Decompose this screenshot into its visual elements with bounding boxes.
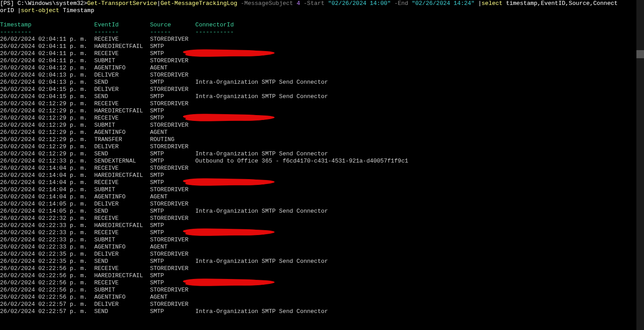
log-row: 26/02/2024 02:04:15 p. m. DELIVER STORED… [0, 86, 195, 93]
log-row: 26/02/2024 02:12:29 p. m. RECEIVE SMTP [0, 115, 195, 121]
pipe: | [157, 0, 161, 7]
log-row: 26/02/2024 02:22:56 p. m. RECEIVE STORED… [0, 265, 195, 272]
select-columns: timestamp,EventID,Source,Connect [506, 0, 618, 7]
log-row: 26/02/2024 02:04:11 p. m. RECEIVE SMTP [0, 50, 195, 57]
scrollbar-track[interactable] [636, 0, 644, 330]
log-row: 26/02/2024 02:14:04 p. m. SUBMIT STOREDR… [0, 186, 195, 193]
ps-prompt: [PS] C:\Windows\system32> [0, 0, 87, 7]
log-row: 26/02/2024 02:12:29 p. m. RECEIVE STORED… [0, 100, 195, 107]
log-row: 26/02/2024 02:04:11 p. m. HAREDIRECTFAIL… [0, 43, 195, 50]
cmd-select: select [482, 0, 503, 7]
log-row: 26/02/2024 02:04:11 p. m. RECEIVE STORED… [0, 36, 195, 43]
log-row: 26/02/2024 02:22:33 p. m. RECEIVE SMTP [0, 229, 195, 236]
log-row: 26/02/2024 02:22:33 p. m. AGENTINFO AGEN… [0, 244, 195, 250]
log-row: 26/02/2024 02:22:33 p. m. SUBMIT STOREDR… [0, 236, 195, 243]
log-row: 26/02/2024 02:22:56 p. m. RECEIVE SMTP [0, 279, 195, 286]
log-row: 26/02/2024 02:12:33 p. m. SENDEXTERNAL S… [0, 158, 408, 164]
log-row: 26/02/2024 02:22:32 p. m. RECEIVE STORED… [0, 215, 195, 222]
log-row: 26/02/2024 02:04:13 p. m. SEND SMTP Intr… [0, 79, 328, 86]
log-row: 26/02/2024 02:14:05 p. m. SEND SMTP Intr… [0, 208, 328, 214]
log-row: 26/02/2024 02:22:35 p. m. DELIVER STORED… [0, 251, 195, 257]
powershell-terminal[interactable]: [PS] C:\Windows\system32>Get-TransportSe… [0, 0, 644, 315]
log-row: 26/02/2024 02:22:56 p. m. SUBMIT STOREDR… [0, 287, 195, 293]
cmd-wrap: orID [0, 7, 17, 14]
sort-column: Timestamp [63, 7, 94, 14]
cmd-get-transportservice: Get-TransportService [87, 0, 157, 7]
log-row: 26/02/2024 02:04:15 p. m. SEND SMTP Intr… [0, 93, 328, 100]
log-row: 26/02/2024 02:04:13 p. m. DELIVER STORED… [0, 72, 195, 78]
log-row: 26/02/2024 02:14:05 p. m. DELIVER STORED… [0, 201, 195, 207]
log-row: 26/02/2024 02:22:33 p. m. HAREDIRECTFAIL… [0, 222, 195, 229]
log-row: 26/02/2024 02:04:11 p. m. SUBMIT STOREDR… [0, 57, 195, 64]
log-row: 26/02/2024 02:22:56 p. m. AGENTINFO AGEN… [0, 294, 195, 300]
log-row: 26/02/2024 02:22:35 p. m. SEND SMTP Intr… [0, 258, 328, 265]
param-messagesubject: -MessageSubject [241, 0, 293, 7]
pipe: | [478, 0, 482, 7]
log-row: 26/02/2024 02:12:29 p. m. SUBMIT STOREDR… [0, 122, 195, 129]
cmd-sort-object: sort-object [21, 7, 59, 14]
param-end: -End [394, 0, 408, 7]
log-row: 26/02/2024 02:22:56 p. m. HAREDIRECTFAIL… [0, 272, 195, 279]
log-row: 26/02/2024 02:14:04 p. m. RECEIVE SMTP [0, 179, 195, 186]
log-row: 26/02/2024 02:22:57 p. m. DELIVER STORED… [0, 301, 195, 308]
pipe: | [17, 7, 21, 14]
log-row: 26/02/2024 02:14:04 p. m. AGENTINFO AGEN… [0, 193, 195, 200]
log-row: 26/02/2024 02:12:29 p. m. AGENTINFO AGEN… [0, 129, 195, 136]
log-row: 26/02/2024 02:22:57 p. m. SEND SMTP Intr… [0, 308, 328, 315]
val-end: "02/26/2024 14:24" [412, 0, 475, 7]
log-row: 26/02/2024 02:14:04 p. m. RECEIVE STORED… [0, 165, 195, 171]
cmd-get-messagetrackinglog: Get-MessageTrackingLog [161, 0, 237, 7]
log-row: 26/02/2024 02:12:29 p. m. TRANSFER ROUTI… [0, 136, 195, 143]
scrollbar-thumb[interactable] [636, 50, 644, 58]
log-row: 26/02/2024 02:12:29 p. m. HAREDIRECTFAIL… [0, 107, 195, 114]
log-row: 26/02/2024 02:12:29 p. m. DELIVER STORED… [0, 143, 195, 150]
param-start: -Start [304, 0, 325, 7]
val-start: "02/26/2024 14:00" [328, 0, 390, 7]
log-row: 26/02/2024 02:12:29 p. m. SEND SMTP Intr… [0, 150, 328, 157]
header-row: Timestamp EventId Source ConnectorId [0, 21, 234, 28]
log-row: 26/02/2024 02:14:04 p. m. HAREDIRECTFAIL… [0, 172, 195, 179]
val-messagesubject: 4 [297, 0, 300, 7]
header-underline: --------- ------- ------ ----------- [0, 29, 234, 35]
log-row: 26/02/2024 02:04:12 p. m. AGENTINFO AGEN… [0, 64, 195, 71]
